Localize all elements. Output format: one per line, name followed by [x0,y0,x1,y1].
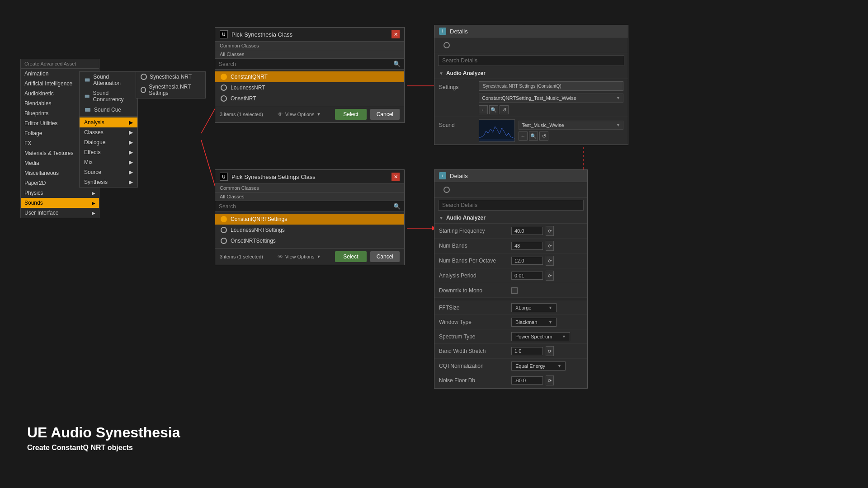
details1-section-title: ▼ Audio Analyzer [434,68,628,79]
fftsize-dropdown[interactable]: XLarge ▼ [511,303,557,312]
page-title: UE Audio Synesthesia [27,424,180,441]
spectrum-type-dropdown[interactable]: Power Spectrum ▼ [511,332,570,341]
details2-num-bands-row: Num Bands ⟳ [434,239,587,253]
analysis-item-nrt[interactable]: Synesthesia NRT [136,72,205,82]
context-menu-header: Create Advanced Asset [21,59,99,69]
submenu-sound-concurrency[interactable]: Sound Concurrency [80,88,137,104]
submenu-sound-cue[interactable]: Sound Cue [80,104,137,115]
search-icon: 🔍 [393,61,401,67]
menu-item-ui[interactable]: User Interface▶ [21,208,99,218]
dialog2-view-options[interactable]: 👁 View Options ▼ [278,253,321,260]
num-bands-spin[interactable]: ⟳ [546,241,554,251]
details2-noise-floor-row: Noise Floor Db ⟳ [434,373,587,388]
details1-titlebar: i Details [434,25,628,38]
details2-fftsize-label: FFTSize [439,305,511,311]
downmix-checkbox[interactable] [511,287,518,294]
svg-rect-5 [85,78,90,81]
dialog1-item-onsetnrt[interactable]: OnsetNRT [215,93,404,104]
settings-nav-back[interactable]: ← [479,105,488,114]
cqt-norm-dropdown[interactable]: Equal Energy ▼ [511,361,566,371]
starting-freq-spin[interactable]: ⟳ [546,226,554,236]
band-width-spin[interactable]: ⟳ [546,346,554,356]
dialog-synesthesia-settings-class: U Pick Synesthesia Settings Class ✕ Comm… [215,169,405,265]
dialog2-select-button[interactable]: Select [335,251,366,262]
details2-noise-floor-value: ⟳ [511,375,583,385]
svg-rect-8 [479,120,515,142]
sound-refresh-btn[interactable]: ↺ [539,131,548,141]
dialog2-item-constantqnrtsettings[interactable]: ConstantQNRTSettings [215,214,404,225]
dialog2-item-loudnessnrtsettings[interactable]: LoudnessNRTSettings [215,225,404,235]
details2-cqt-norm-label: CQTNormalization [439,363,511,369]
dialog1-close-button[interactable]: ✕ [392,30,400,38]
svg-rect-9 [479,139,515,142]
window-type-dropdown[interactable]: Blackman ▼ [511,318,557,327]
dialog1-common-section: Common Classes [215,42,404,50]
details2-noise-floor-label: Noise Floor Db [439,377,511,384]
details2-titlebar: i Details [434,170,587,182]
settings-search-btn[interactable]: 🔍 [489,105,498,114]
details-icon-1: i [439,28,446,35]
dialog1-titlebar: U Pick Synesthesia Class ✕ [215,28,404,42]
analysis-item-nrt-settings[interactable]: Synesthesia NRT Settings [136,82,205,98]
submenu-classes[interactable]: Classes▶ [80,127,137,137]
dialog2-close-button[interactable]: ✕ [392,173,400,181]
noise-floor-spin[interactable]: ⟳ [546,375,554,385]
starting-frequency-input[interactable] [511,227,543,235]
menu-item-physics[interactable]: Physics▶ [21,188,99,198]
noise-floor-input[interactable] [511,376,543,385]
details2-fftsize-value: XLarge ▼ [511,303,583,312]
num-bands-input[interactable] [511,242,543,250]
settings-refresh-btn[interactable]: ↺ [500,105,509,114]
dialog1-select-button[interactable]: Select [335,109,366,120]
submenu-mix[interactable]: Mix▶ [80,157,137,167]
dialog2-search-input[interactable] [219,203,391,210]
details2-window-type-label: Window Type [439,319,511,325]
details1-sound-label: Sound [439,119,475,128]
details2-analysis-period-row: Analysis Period ⟳ [434,268,587,283]
details2-band-width-label: Band Width Stretch [439,348,511,354]
submenu-dialogue[interactable]: Dialogue▶ [80,137,137,147]
details2-cqt-norm-value: Equal Energy ▼ [511,361,583,371]
submenu-source[interactable]: Source▶ [80,167,137,177]
dialog2-titlebar: U Pick Synesthesia Settings Class ✕ [215,170,404,184]
details2-num-bands-per-octave-value: ⟳ [511,256,583,266]
submenu-effects[interactable]: Effects▶ [80,147,137,157]
menu-item-sounds[interactable]: Sounds▶ [21,198,99,208]
sound-nav-back[interactable]: ← [519,131,528,141]
dialog2-count: 3 items (1 selected) [220,254,263,259]
radio-constantqnrtsettings [221,216,227,222]
num-bands-per-octave-spin[interactable]: ⟳ [546,256,554,266]
radio-loudnessnrtsettings [221,227,227,233]
dialog1-item-loudnessnrt[interactable]: LoudnessNRT [215,82,404,93]
details1-settings-row: Settings Synesthesia NRT Settings (Const… [434,79,628,117]
dialog1-search-input[interactable] [219,61,391,67]
analysis-period-input[interactable] [511,272,543,280]
details2-spectrum-type-label: Spectrum Type [439,333,511,340]
details2-num-bands-per-octave-row: Num Bands Per Octave ⟳ [434,253,587,268]
details1-title: Details [450,28,468,35]
details2-analysis-period-value: ⟳ [511,271,583,281]
details2-num-bands-value: ⟳ [511,241,583,251]
dialog1-item-constantqnrt[interactable]: ConstantQNRT [215,71,404,82]
submenu-sound-attenuation[interactable]: Sound Attenuation [80,72,137,88]
details1-settings-name-text: ConstantQNRTSetting_Test_Music_Wwise [482,95,614,101]
submenu-analysis[interactable]: Analysis▶ [80,117,137,127]
dialog-synesthesia-class: U Pick Synesthesia Class ✕ Common Classe… [215,27,405,123]
details2-search-input[interactable] [438,200,584,211]
num-bands-per-octave-input[interactable] [511,257,543,265]
dialog1-cancel-button[interactable]: Cancel [370,109,400,120]
band-width-stretch-input[interactable] [511,347,543,355]
sound-thumbnail [479,119,515,142]
dialog2-item-onsetnrtsettings[interactable]: OnsetNRTSettings [215,235,404,246]
submenu-synthesis[interactable]: Synthesis▶ [80,177,137,187]
details-icon-2: i [439,172,446,179]
details2-section-title: ▼ Audio Analyzer [434,212,587,224]
radio-onsetnrt [221,95,227,102]
sound-search-btn[interactable]: 🔍 [529,131,538,141]
details-panel-1: i Details ▼ Audio Analyzer Settings Syne… [434,25,628,145]
dialog1-view-options[interactable]: 👁 View Options ▼ [278,111,321,117]
dialog2-cancel-button[interactable]: Cancel [370,251,400,262]
details1-sound-row: Sound Test_Music_Wwise ▼ ← [434,117,628,145]
analysis-period-spin[interactable]: ⟳ [546,271,554,281]
details1-search-input[interactable] [438,55,624,66]
